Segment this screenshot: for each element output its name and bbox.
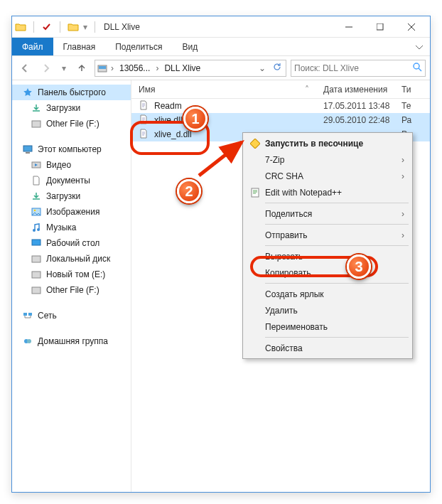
disk-icon (31, 118, 42, 129)
ctx-create-shortcut[interactable]: Создать ярлык (245, 286, 410, 302)
ctx-sendto[interactable]: Отправить› (245, 227, 410, 243)
svg-point-19 (27, 339, 31, 343)
file-row[interactable]: xlive.dll29.05.2010 22:48Ра (131, 113, 430, 127)
ctx-share[interactable]: Поделиться› (245, 205, 410, 222)
menu-separator (265, 224, 409, 225)
tab-view[interactable]: Вид (172, 38, 207, 55)
ctx-cut[interactable]: Вырезать (245, 248, 410, 264)
nav-up-button[interactable] (73, 60, 90, 77)
tab-home[interactable]: Главная (53, 38, 106, 55)
svg-rect-14 (32, 272, 41, 278)
folder-icon (15, 21, 26, 33)
sidebar-item-label: Новый том (E:) (46, 269, 105, 279)
sidebar-item-other-file2[interactable]: Other File (F:) (12, 282, 131, 298)
download-icon (31, 191, 42, 202)
file-date: 29.05.2010 22:48 (323, 115, 401, 125)
download-icon (31, 102, 42, 114)
column-type[interactable]: Ти (401, 85, 411, 95)
separator (95, 21, 95, 33)
tab-file[interactable]: Файл (12, 38, 53, 55)
homegroup-icon (22, 336, 33, 347)
sidebar-item-label: Загрузки (46, 103, 80, 113)
sidebar-item-this-pc[interactable]: Этот компьютер (12, 141, 131, 157)
notepad-icon (249, 187, 261, 198)
file-name: Readm (154, 101, 323, 111)
svg-point-3 (414, 63, 419, 69)
close-button[interactable] (396, 17, 427, 37)
nav-history-button[interactable]: ▾ (59, 60, 69, 77)
file-icon (139, 129, 150, 140)
network-icon (22, 310, 33, 321)
tab-share[interactable]: Поделиться (105, 38, 172, 55)
sidebar-item-new-volume[interactable]: Новый том (E:) (12, 267, 131, 282)
ctx-rename[interactable]: Переименовать (245, 318, 410, 335)
file-row[interactable]: Readm17.05.2011 13:48Те (131, 99, 430, 113)
video-icon (31, 159, 42, 171)
chevron-right-icon[interactable]: › (153, 63, 161, 73)
file-icon (139, 100, 150, 112)
file-type: Те (401, 101, 411, 111)
svg-rect-20 (250, 139, 260, 149)
sidebar-item-quick-access[interactable]: Панель быстрого (12, 85, 131, 100)
nav-forward-button[interactable] (38, 60, 55, 77)
address-bar[interactable]: › 13056... › DLL Xlive ⌄ (95, 60, 286, 77)
sidebar-item-label: Other File (F:) (46, 119, 99, 129)
sidebar-item-label: Рабочий стол (46, 238, 99, 248)
breadcrumb-seg1[interactable]: 13056... (117, 63, 153, 73)
file-icon (139, 114, 150, 126)
chevron-right-icon: › (401, 230, 404, 240)
sort-asc-icon: ˄ (305, 85, 309, 95)
search-input[interactable]: Поиск: DLL Xlive (291, 60, 426, 77)
sidebar-item-local-disk[interactable]: Локальный диск (12, 251, 131, 267)
column-name[interactable]: Имя˄ (139, 85, 323, 95)
nav-back-button[interactable] (16, 60, 33, 77)
file-name: xlive.dll (154, 115, 323, 125)
ctx-run-sandbox[interactable]: Запустить в песочнице (245, 135, 410, 151)
sidebar-item-homegroup[interactable]: Домашняя группа (12, 333, 131, 349)
disk-icon (31, 284, 42, 296)
svg-rect-15 (32, 287, 41, 294)
sandbox-icon (249, 138, 261, 149)
sidebar-item-documents[interactable]: Документы (12, 173, 131, 188)
sidebar-item-label: Other File (F:) (46, 285, 99, 295)
ctx-copy[interactable]: Копировать (245, 264, 410, 281)
breadcrumb-seg2[interactable]: DLL Xlive (161, 63, 203, 73)
refresh-button[interactable] (270, 63, 284, 73)
quick-access-toolbar: ▾ (15, 21, 98, 33)
sidebar-item-network[interactable]: Сеть (12, 308, 131, 323)
sidebar-item-label: Видео (46, 160, 71, 170)
ctx-notepadpp[interactable]: Edit with Notepad++ (245, 184, 410, 200)
qat-dropdown-icon[interactable]: ▾ (83, 22, 87, 32)
column-date[interactable]: Дата изменения (323, 85, 401, 95)
separator (33, 21, 34, 33)
context-menu: Запустить в песочнице 7-Zip› CRC SHA› Ed… (242, 132, 413, 359)
ctx-7zip[interactable]: 7-Zip› (245, 151, 410, 168)
document-icon (31, 175, 42, 186)
chevron-right-icon[interactable]: › (108, 63, 117, 73)
ctx-crcsha[interactable]: CRC SHA› (245, 168, 410, 184)
ctx-properties[interactable]: Свойства (245, 340, 410, 356)
file-date: 17.05.2011 13:48 (323, 101, 401, 111)
disk-icon (97, 63, 108, 74)
sidebar-item-videos[interactable]: Видео (12, 157, 131, 173)
menu-separator (265, 283, 409, 284)
star-icon (22, 87, 33, 98)
sidebar-item-label: Домашняя группа (38, 336, 108, 346)
sidebar-item-desktop[interactable]: Рабочий стол (12, 235, 131, 251)
sidebar-item-music[interactable]: Музыка (12, 220, 131, 235)
search-placeholder: Поиск: DLL Xlive (294, 63, 359, 73)
ribbon-expand-button[interactable] (409, 38, 430, 55)
ctx-delete[interactable]: Удалить (245, 302, 410, 318)
sidebar-item-downloads2[interactable]: Загрузки (12, 188, 131, 204)
chevron-right-icon: › (401, 209, 404, 219)
sidebar-item-pictures[interactable]: Изображения (12, 204, 131, 220)
sidebar-item-other-file[interactable]: Other File (F:) (12, 116, 131, 132)
maximize-button[interactable] (365, 17, 396, 37)
sidebar-item-label: Загрузки (46, 191, 80, 201)
window-controls (333, 17, 427, 37)
sidebar-item-downloads[interactable]: Загрузки (12, 100, 131, 116)
minimize-button[interactable] (333, 17, 365, 37)
disk-icon (31, 253, 42, 264)
check-icon[interactable] (41, 21, 53, 33)
address-dropdown-button[interactable]: ⌄ (254, 63, 270, 73)
